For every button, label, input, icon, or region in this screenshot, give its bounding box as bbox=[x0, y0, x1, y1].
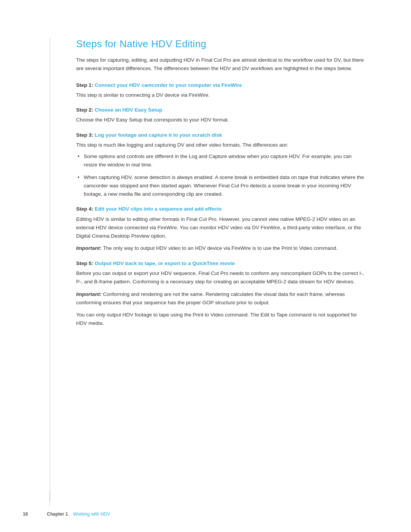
step-1-body: This step is similar to connecting a DV … bbox=[76, 91, 365, 99]
step-5-important-text: Conforming and rendering are not the sam… bbox=[76, 291, 345, 305]
step-4-body: Editing HDV is similar to editing other … bbox=[76, 215, 365, 241]
footer-divider bbox=[49, 491, 50, 506]
page-number: 16 bbox=[23, 511, 28, 517]
chapter-separator bbox=[69, 511, 72, 517]
step-4-block: Step 4: Edit your HDV clips into a seque… bbox=[76, 205, 365, 252]
step-4-important-label: Important: bbox=[76, 245, 103, 251]
step-2-label: Step 2: bbox=[76, 107, 93, 113]
step-3-body: This step is much like logging and captu… bbox=[76, 141, 365, 149]
step-2-title: Choose an HDV Easy Setup bbox=[95, 107, 162, 113]
step-5-body: Before you can output or export your HDV… bbox=[76, 269, 365, 286]
chapter-label: Chapter 1 Working with HDV bbox=[47, 511, 110, 517]
step-1-label: Step 1: bbox=[76, 82, 93, 88]
step-4-title: Edit your HDV clips into a sequence and … bbox=[95, 206, 222, 212]
page: Steps for Native HDV Editing The steps f… bbox=[0, 0, 411, 532]
step-5-heading: Step 5: Output HDV back to tape, or expo… bbox=[76, 260, 365, 267]
left-border-line bbox=[50, 38, 50, 502]
page-footer: 16 Chapter 1 Working with HDV bbox=[0, 511, 411, 517]
step-5-label: Step 5: bbox=[76, 260, 93, 266]
step-1-block: Step 1: Connect your HDV camcorder to yo… bbox=[76, 81, 365, 100]
step-3-bullet-2: When capturing HDV, scene detection is a… bbox=[76, 173, 365, 199]
step-5-footer-text: You can only output HDV footage to tape … bbox=[76, 311, 365, 328]
step-1-heading: Step 1: Connect your HDV camcorder to yo… bbox=[76, 81, 365, 89]
step-5-block: Step 5: Output HDV back to tape, or expo… bbox=[76, 260, 365, 328]
page-title: Steps for Native HDV Editing bbox=[76, 38, 365, 50]
step-2-body: Choose the HDV Easy Setup that correspon… bbox=[76, 116, 365, 124]
step-3-block: Step 3: Log your footage and capture it … bbox=[76, 131, 365, 199]
step-3-bullet-list: Some options and controls are different … bbox=[76, 152, 365, 198]
step-1-title: Connect your HDV camcorder to your compu… bbox=[95, 82, 242, 88]
step-5-title: Output HDV back to tape, or export to a … bbox=[95, 260, 235, 266]
step-2-block: Step 2: Choose an HDV Easy Setup Choose … bbox=[76, 106, 365, 125]
step-3-title: Log your footage and capture it to your … bbox=[95, 132, 222, 138]
step-5-important: Important: Conforming and rendering are … bbox=[76, 290, 365, 307]
step-4-heading: Step 4: Edit your HDV clips into a seque… bbox=[76, 205, 365, 213]
chapter-label-text: Chapter 1 bbox=[47, 511, 68, 517]
step-5-important-label: Important: bbox=[76, 291, 103, 297]
step-4-label: Step 4: bbox=[76, 206, 93, 212]
step-4-important: Important: The only way to output HDV vi… bbox=[76, 244, 365, 252]
step-4-important-text: The only way to output HDV video to an H… bbox=[103, 245, 338, 251]
step-2-heading: Step 2: Choose an HDV Easy Setup bbox=[76, 106, 365, 114]
step-3-heading: Step 3: Log your footage and capture it … bbox=[76, 131, 365, 139]
intro-paragraph: The steps for capturing, editing, and ou… bbox=[76, 56, 365, 73]
content-area: Steps for Native HDV Editing The steps f… bbox=[76, 38, 365, 532]
step-3-bullet-1: Some options and controls are different … bbox=[76, 152, 365, 169]
chapter-link-text: Working with HDV bbox=[73, 511, 110, 517]
step-3-label: Step 3: bbox=[76, 132, 93, 138]
